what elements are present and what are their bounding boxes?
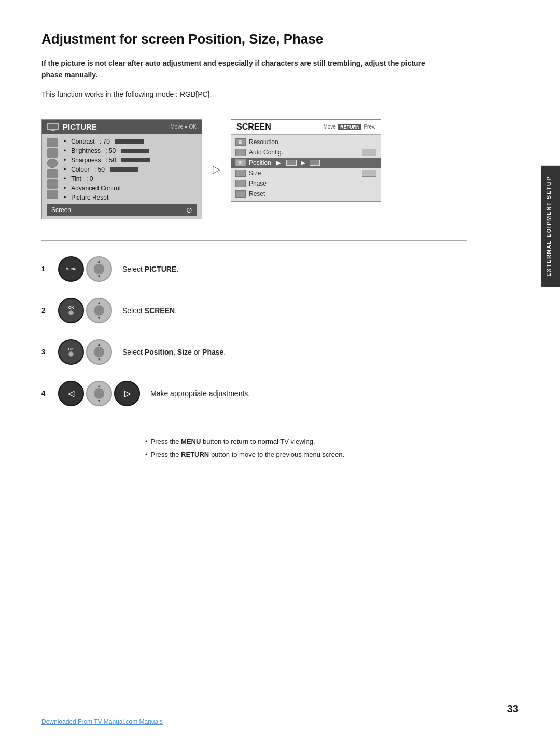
screen-nav-area: Move RETURN Prev. bbox=[323, 124, 375, 130]
autoconfig-box bbox=[362, 149, 376, 156]
position-box1 bbox=[286, 160, 297, 166]
screen-panel-header: SCREEN Move RETURN Prev. bbox=[231, 120, 381, 135]
arrow-right-icon: ▷ bbox=[213, 163, 220, 175]
picture-panel-header: PICTURE Move ● OK bbox=[42, 120, 202, 134]
contrast-bar bbox=[115, 139, 144, 144]
colour-bar bbox=[110, 167, 138, 172]
step-1-buttons: MENU ▲ ▼ bbox=[58, 256, 112, 282]
menu-label: MENU bbox=[66, 267, 77, 271]
screen-panel-title: SCREEN bbox=[236, 122, 271, 132]
nav-center-2 bbox=[94, 305, 104, 316]
nav-wheel-3[interactable]: ▲ ▼ bbox=[86, 339, 112, 365]
step-4-number: 4 bbox=[41, 389, 48, 397]
ok-button-3[interactable]: OK bbox=[58, 339, 84, 365]
nav-wheel-1[interactable]: ▲ ▼ bbox=[86, 256, 112, 282]
step-2-text: Select SCREEN. bbox=[122, 306, 177, 315]
screen-reset: Reset bbox=[231, 189, 381, 199]
intro-text: If the picture is not clear after auto a… bbox=[41, 58, 430, 81]
ok-dot-3 bbox=[68, 351, 74, 357]
ui-panels: PICTURE Move ● OK bbox=[41, 119, 467, 219]
right-button[interactable]: ▷ bbox=[114, 381, 140, 406]
notes-section: Press the MENU button to return to norma… bbox=[41, 438, 467, 458]
icon-sound bbox=[47, 138, 58, 147]
step-3: 3 OK ▲ ▼ Select Position, Size or Phase. bbox=[41, 339, 467, 365]
screen-size: Size bbox=[231, 168, 381, 178]
icon-circle bbox=[47, 159, 58, 168]
nav-wheel-4[interactable]: ▲ ▼ bbox=[86, 381, 112, 406]
screen-label: Screen bbox=[51, 206, 71, 214]
nav-wheel-2[interactable]: ▲ ▼ bbox=[86, 298, 112, 323]
step-3-buttons: OK ▲ ▼ bbox=[58, 339, 112, 365]
ok-inner-3: OK bbox=[68, 347, 74, 357]
nav-up-3: ▲ bbox=[97, 342, 101, 347]
step-4: 4 ◁ ▲ ▼ ▷ Make appropriate adjustments. bbox=[41, 381, 467, 406]
phase-icon bbox=[235, 180, 246, 187]
brightness-bar bbox=[121, 149, 149, 153]
picture-panel-body: Contrast : 70 Brightness : 50 bbox=[42, 134, 202, 219]
step-1-text: Select PICTURE. bbox=[122, 265, 178, 273]
ok-dot bbox=[68, 310, 74, 315]
step-2-buttons: OK ▲ ▼ bbox=[58, 298, 112, 323]
page-number: 33 bbox=[507, 703, 519, 715]
menu-colour: Colour : 50 bbox=[62, 165, 197, 174]
picture-menu-layout: Contrast : 70 Brightness : 50 bbox=[47, 137, 197, 202]
circle-indicator: ⊙ bbox=[186, 206, 192, 214]
size-box bbox=[362, 170, 376, 177]
step-2: 2 OK ▲ ▼ Select SCREEN. bbox=[41, 298, 467, 323]
step-3-text: Select Position, Size or Phase. bbox=[122, 348, 226, 356]
screen-phase: Phase bbox=[231, 178, 381, 189]
monitor-icon bbox=[47, 123, 59, 130]
screen-resolution: ⊞ Resolution bbox=[231, 137, 381, 147]
ok-inner: OK bbox=[68, 306, 74, 315]
step-4-text: Make appropriate adjustments. bbox=[150, 389, 250, 398]
screen-autoconfig: Auto Config. bbox=[231, 147, 381, 158]
nav-center-4 bbox=[94, 388, 104, 399]
screen-nav-hint: Move bbox=[323, 124, 335, 130]
menu-picture-reset: Picture Reset bbox=[62, 193, 197, 202]
prev-label: Prev. bbox=[363, 124, 375, 130]
nav-up-2: ▲ bbox=[97, 301, 101, 305]
steps-section: 1 MENU ▲ ▼ Select PICTURE. 2 bbox=[41, 256, 467, 406]
nav-down-3: ▼ bbox=[97, 357, 101, 362]
menu-contrast: Contrast : 70 bbox=[62, 137, 197, 146]
nav-center-1 bbox=[94, 264, 104, 274]
sharpness-bar bbox=[121, 158, 150, 162]
picture-icons bbox=[47, 137, 62, 202]
resolution-icon: ⊞ bbox=[235, 138, 246, 146]
icon-picture2 bbox=[47, 148, 58, 158]
menu-tint: Tint : 0 bbox=[62, 174, 197, 184]
icon-calendar bbox=[47, 190, 58, 199]
step-1-number: 1 bbox=[41, 265, 48, 273]
screen-panel-body: ⊞ Resolution Auto Config. ⊞ Position ▶ bbox=[231, 135, 381, 201]
nav-up-1: ▲ bbox=[97, 259, 101, 264]
picture-menu-items: Contrast : 70 Brightness : 50 bbox=[62, 137, 197, 202]
footer-link[interactable]: Downloaded From TV-Manual.com Manuals bbox=[41, 718, 163, 725]
note-1: Press the MENU button to return to norma… bbox=[145, 438, 467, 445]
menu-button[interactable]: MENU bbox=[58, 256, 84, 282]
size-icon bbox=[235, 170, 246, 177]
screen-panel: SCREEN Move RETURN Prev. ⊞ Resolution bbox=[231, 119, 381, 202]
autoconfig-icon bbox=[235, 149, 246, 156]
position-box2 bbox=[310, 160, 320, 166]
page-title: Adjustment for screen Position, Size, Ph… bbox=[41, 31, 467, 47]
return-badge: RETURN bbox=[338, 124, 362, 130]
nav-up-4: ▲ bbox=[97, 384, 101, 388]
nav-down-1: ▼ bbox=[97, 274, 101, 279]
step-3-number: 3 bbox=[41, 348, 48, 356]
divider bbox=[41, 240, 467, 241]
screen-highlighted-item: Screen ⊙ bbox=[47, 204, 197, 216]
nav-down-2: ▼ bbox=[97, 316, 101, 320]
picture-panel-title: PICTURE bbox=[63, 122, 97, 131]
menu-advanced: Advanced Control bbox=[62, 184, 197, 193]
side-tab-label: EXTERNAL EOIPMENT SETUP bbox=[541, 166, 560, 287]
ok-button-2[interactable]: OK bbox=[58, 298, 84, 323]
left-button[interactable]: ◁ bbox=[58, 381, 84, 406]
reset-icon bbox=[235, 190, 246, 198]
icon-screen-sm bbox=[47, 179, 58, 189]
note-2: Press the RETURN button to move to the p… bbox=[145, 451, 467, 458]
position-icon: ⊞ bbox=[235, 159, 246, 166]
step-4-buttons: ◁ ▲ ▼ ▷ bbox=[58, 381, 140, 406]
menu-sharpness: Sharpness : 50 bbox=[62, 156, 197, 165]
step-2-number: 2 bbox=[41, 306, 48, 314]
function-note: This function works in the following mod… bbox=[41, 90, 467, 98]
